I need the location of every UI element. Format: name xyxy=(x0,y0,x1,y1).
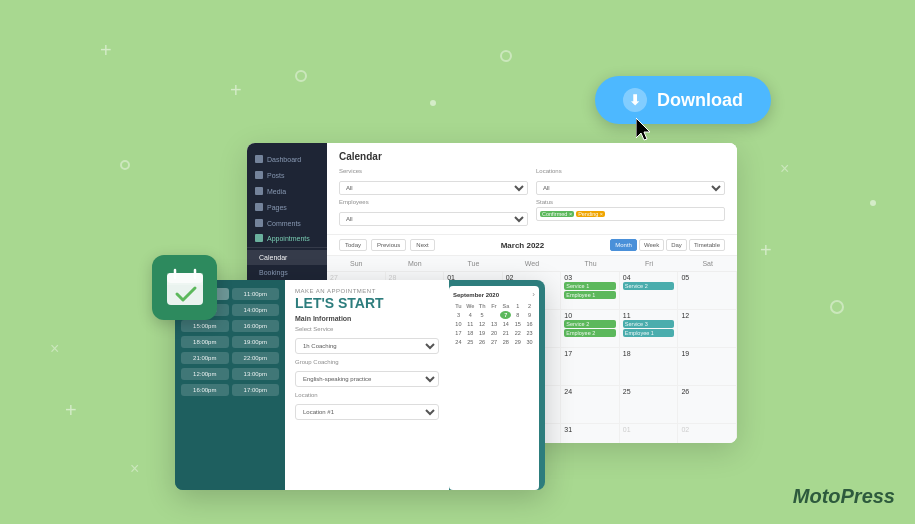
mc-d30[interactable]: 30 xyxy=(524,338,535,346)
sidebar-item-media[interactable]: Media xyxy=(247,183,327,199)
employees-select[interactable]: All xyxy=(339,212,528,226)
day-05[interactable]: 05 xyxy=(678,272,737,309)
mini-calendar: September 2020 › Tu We Th Fr Sa 1 2 3 4 … xyxy=(449,286,539,490)
time-slot-1100[interactable]: 11:00pm xyxy=(232,288,280,300)
mc-d29[interactable]: 29 xyxy=(512,338,523,346)
day-12[interactable]: 12 xyxy=(678,310,737,347)
day-11[interactable]: 11 Service 3 Employee 1 xyxy=(620,310,679,347)
time-slot-1500[interactable]: 15:00pm xyxy=(181,320,229,332)
day-17[interactable]: 17 xyxy=(561,348,620,385)
download-button[interactable]: ⬇ Download xyxy=(595,76,771,124)
day-10[interactable]: 10 Service 2 Employee 2 xyxy=(561,310,620,347)
sidebar-item-pages[interactable]: Pages xyxy=(247,199,327,215)
mc-d24[interactable]: 24 xyxy=(453,338,464,346)
next-button[interactable]: Next xyxy=(410,239,434,251)
calendar-title: Calendar xyxy=(339,151,725,162)
time-slot-1300b[interactable]: 13:00pm xyxy=(232,368,280,380)
day-24[interactable]: 24 xyxy=(561,386,620,423)
calendar-filters2: Employees All Status Confirmed × Pending… xyxy=(339,199,725,226)
mc-d2[interactable]: 2 xyxy=(524,302,535,310)
day-18[interactable]: 18 xyxy=(620,348,679,385)
employees-filter: Employees All xyxy=(339,199,528,226)
time-slot-1600[interactable]: 16:00pm xyxy=(232,320,280,332)
mc-d27[interactable]: 27 xyxy=(489,338,500,346)
day-01-next[interactable]: 01 xyxy=(620,424,679,443)
view-day[interactable]: Day xyxy=(666,239,687,251)
mc-h-tu: Tu xyxy=(453,302,464,310)
mc-d10[interactable]: 10 xyxy=(453,320,464,328)
day-03[interactable]: 03 Service 1 Employee 1 xyxy=(561,272,620,309)
day-26[interactable]: 26 xyxy=(678,386,737,423)
mc-d20[interactable]: 20 xyxy=(489,329,500,337)
mc-d14[interactable]: 14 xyxy=(500,320,511,328)
mc-d21[interactable]: 21 xyxy=(500,329,511,337)
today-button[interactable]: Today xyxy=(339,239,367,251)
mc-d28[interactable]: 28 xyxy=(500,338,511,346)
view-month[interactable]: Month xyxy=(610,239,637,251)
mc-d12[interactable]: 12 xyxy=(477,320,488,328)
mc-d23[interactable]: 23 xyxy=(524,329,535,337)
time-slot-1600b[interactable]: 16:00pm xyxy=(181,384,229,396)
day-02-next[interactable]: 02 xyxy=(678,424,737,443)
mc-d13[interactable]: 13 xyxy=(489,320,500,328)
mc-d18[interactable]: 18 xyxy=(465,329,476,337)
day-31[interactable]: 31 xyxy=(561,424,620,443)
mc-d25[interactable]: 25 xyxy=(465,338,476,346)
time-slot-2200[interactable]: 22:00pm xyxy=(232,352,280,364)
sidebar-item-posts[interactable]: Posts xyxy=(247,167,327,183)
decor-plus-3: + xyxy=(760,240,772,260)
view-timetable[interactable]: Timetable xyxy=(689,239,725,251)
time-slot-2100[interactable]: 21:00pm xyxy=(181,352,229,364)
time-slot-1800[interactable]: 18:00pm xyxy=(181,336,229,348)
day-19[interactable]: 19 xyxy=(678,348,737,385)
mc-d17[interactable]: 17 xyxy=(453,329,464,337)
event-service3: Service 3 xyxy=(623,320,675,328)
time-slot-1900[interactable]: 19:00pm xyxy=(232,336,280,348)
locations-select[interactable]: All xyxy=(536,181,725,195)
mc-d4[interactable]: 4 xyxy=(465,311,476,319)
previous-button[interactable]: Previous xyxy=(371,239,406,251)
services-select[interactable]: All xyxy=(339,181,528,195)
mc-d8[interactable]: 8 xyxy=(512,311,523,319)
mc-d19[interactable]: 19 xyxy=(477,329,488,337)
mc-d26[interactable]: 26 xyxy=(477,338,488,346)
day-04[interactable]: 04 Service 2 xyxy=(620,272,679,309)
decor-x-2: × xyxy=(780,160,789,178)
mc-d1[interactable]: 1 xyxy=(512,302,523,310)
event-service1: Service 1 xyxy=(564,282,616,290)
form-heading-small: MAKE AN APPOINTMENT xyxy=(295,288,439,294)
view-buttons: Month Week Day Timetable xyxy=(610,239,725,251)
decor-circle-3 xyxy=(830,300,844,314)
sidebar-item-dashboard[interactable]: Dashboard xyxy=(247,151,327,167)
group-label: Group Coaching xyxy=(295,359,439,365)
locations-label: Locations xyxy=(536,168,725,174)
sidebar-sub-calendar[interactable]: Calendar xyxy=(247,250,327,265)
mc-d16[interactable]: 16 xyxy=(524,320,535,328)
service-select[interactable]: 1h Coaching xyxy=(295,338,439,354)
decor-circle-1 xyxy=(295,70,307,82)
mini-cal-next[interactable]: › xyxy=(532,290,535,299)
status-filter: Status Confirmed × Pending × xyxy=(536,199,725,226)
sidebar-item-appointments[interactable]: Appointments xyxy=(247,231,327,245)
decor-plus-4: + xyxy=(65,400,77,420)
group-select[interactable]: English-speaking practice xyxy=(295,371,439,387)
day-25[interactable]: 25 xyxy=(620,386,679,423)
time-slot-1400[interactable]: 14:00pm xyxy=(232,304,280,316)
time-slot-1200[interactable]: 12:00pm xyxy=(181,368,229,380)
mc-d15[interactable]: 15 xyxy=(512,320,523,328)
mc-d11[interactable]: 11 xyxy=(465,320,476,328)
mc-d3[interactable]: 3 xyxy=(453,311,464,319)
day-headers: Sun Mon Tue Wed Thu Fri Sat xyxy=(327,256,737,272)
mc-d9[interactable]: 9 xyxy=(524,311,535,319)
media-icon xyxy=(255,187,263,195)
decor-plus-1: + xyxy=(100,40,112,60)
time-slot-1700[interactable]: 17:00pm xyxy=(232,384,280,396)
view-week[interactable]: Week xyxy=(639,239,664,251)
cursor xyxy=(636,118,656,142)
mc-d22[interactable]: 22 xyxy=(512,329,523,337)
mc-d7[interactable]: 7 xyxy=(500,311,511,319)
location-select[interactable]: Location #1 xyxy=(295,404,439,420)
sidebar-item-comments[interactable]: Comments xyxy=(247,215,327,231)
mc-d5[interactable]: 5 xyxy=(477,311,488,319)
sidebar-sub-bookings[interactable]: Bookings xyxy=(247,265,327,280)
